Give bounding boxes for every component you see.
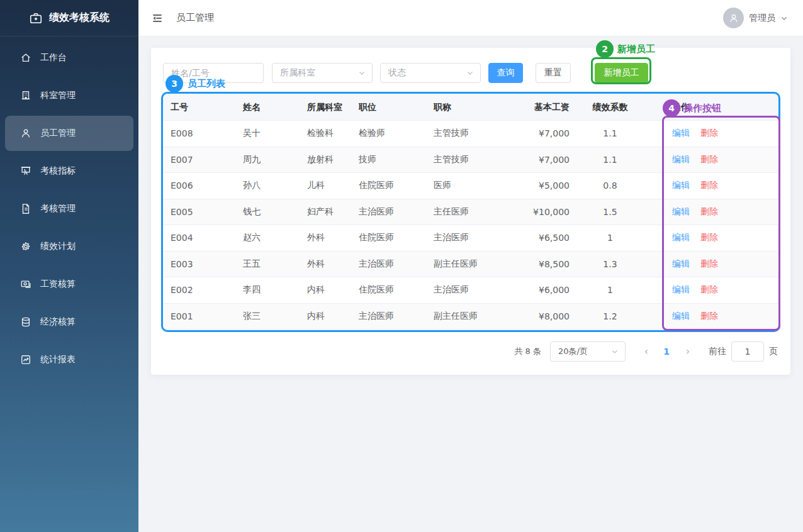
table-cell: 1 (577, 233, 643, 243)
delete-link[interactable]: 删除 (700, 284, 718, 294)
edit-link[interactable]: 编辑 (672, 128, 690, 138)
sidebar-item-plans[interactable]: 绩效计划 (5, 229, 133, 264)
table-cell: 住院医师 (351, 180, 426, 191)
pagination-total: 共 8 条 (514, 346, 541, 357)
delete-link[interactable]: 删除 (700, 128, 718, 138)
sidebar-item-assessments[interactable]: 考核管理 (5, 191, 133, 226)
table-cell: 吴十 (235, 128, 300, 139)
search-button[interactable]: 查询 (488, 63, 523, 83)
table-cell: 主治医师 (351, 258, 426, 270)
goto-label: 前往 (709, 346, 726, 357)
sidebar: 绩效考核系统 工作台 科室管理 员工管理 考核指标 (0, 0, 138, 532)
edit-link[interactable]: 编辑 (672, 284, 690, 294)
building-icon (20, 90, 31, 101)
database-icon (20, 316, 31, 328)
delete-link[interactable]: 删除 (700, 206, 718, 216)
table-cell: E007 (163, 155, 235, 165)
sidebar-item-indicators[interactable]: 考核指标 (5, 153, 133, 189)
user-menu[interactable]: 管理员 (723, 8, 788, 28)
actions-cell: 编辑删除 (643, 311, 780, 322)
reset-button[interactable]: 重置 (536, 63, 571, 83)
sidebar-item-economy[interactable]: 经济核算 (5, 304, 133, 340)
page-number-1[interactable]: 1 (660, 346, 673, 357)
table-row: E004赵六外科住院医师主治医师¥6,5001编辑删除 (163, 225, 780, 252)
table-cell: 孙八 (235, 180, 300, 191)
delete-link[interactable]: 删除 (700, 232, 718, 242)
table-cell: 住院医师 (351, 232, 426, 243)
delete-link[interactable]: 删除 (700, 311, 718, 321)
edit-link[interactable]: 编辑 (672, 180, 690, 190)
table-cell: 主任医师 (426, 206, 502, 218)
table-header-row: 工号姓名所属科室职位职称基本工资绩效系数操作 (163, 94, 780, 121)
app-logo: 绩效考核系统 (0, 0, 138, 36)
employee-table: 工号姓名所属科室职位职称基本工资绩效系数操作E008吴十检验科检验师主管技师¥7… (163, 94, 780, 330)
table-cell: 内科 (300, 284, 351, 296)
goto-page-input[interactable] (731, 341, 764, 362)
actions-cell: 编辑删除 (643, 180, 780, 191)
table-cell: 0.8 (577, 180, 643, 191)
prev-page-button[interactable]: ‹ (639, 346, 653, 357)
keyword-input[interactable] (163, 63, 264, 83)
sidebar-item-salary[interactable]: 工资核算 (5, 267, 133, 302)
avatar (723, 8, 744, 28)
home-icon (20, 52, 31, 64)
table-cell: 检验师 (351, 128, 426, 139)
table-row: E008吴十检验科检验师主管技师¥7,0001.1编辑删除 (163, 121, 780, 147)
table-cell: 检验科 (300, 128, 351, 139)
next-page-button[interactable]: › (681, 346, 695, 357)
edit-link[interactable]: 编辑 (672, 154, 690, 164)
delete-link[interactable]: 删除 (700, 258, 718, 269)
delete-link[interactable]: 删除 (700, 154, 718, 164)
table-cell: ¥10,000 (502, 207, 577, 217)
table-cell: ¥7,000 (502, 155, 577, 165)
table-cell: 技师 (351, 154, 426, 165)
edit-link[interactable]: 编辑 (672, 206, 690, 216)
edit-link[interactable]: 编辑 (672, 311, 690, 321)
table-cell: 副主任医师 (426, 258, 502, 270)
department-select[interactable]: 所属科室 (272, 63, 373, 83)
money-icon (20, 279, 31, 290)
table-row: E007周九放射科技师主管技师¥7,0001.1编辑删除 (163, 147, 780, 174)
main-content: 所属科室 状态 查询 重置 新增员工 工号姓名所属科室职位职称基本工资绩效系数操… (138, 36, 803, 532)
edit-link[interactable]: 编辑 (672, 258, 690, 269)
table-cell: ¥6,500 (502, 233, 577, 243)
table-cell: E001 (163, 311, 235, 321)
sidebar-item-label: 考核管理 (40, 203, 76, 214)
table-cell: 住院医师 (351, 284, 426, 296)
table-cell: 1.3 (577, 259, 643, 269)
table-cell: E003 (163, 259, 235, 269)
table-row: E001张三内科主治医师副主任医师¥8,0001.2编辑删除 (163, 304, 780, 330)
table-cell: 1.1 (577, 155, 643, 165)
trend-chart-icon (20, 354, 31, 365)
sidebar-item-label: 工资核算 (40, 279, 76, 290)
column-header: 所属科室 (300, 102, 351, 113)
table-cell: E002 (163, 285, 235, 295)
table-cell: ¥5,000 (502, 180, 577, 191)
table-cell: ¥8,000 (502, 311, 577, 321)
status-select[interactable]: 状态 (380, 63, 481, 83)
sidebar-item-employees[interactable]: 员工管理 (5, 116, 133, 151)
table-cell: 主管技师 (426, 128, 502, 139)
table-cell: 周九 (235, 154, 300, 165)
chevron-down-icon (611, 348, 619, 355)
sidebar-item-label: 经济核算 (40, 316, 76, 328)
delete-link[interactable]: 删除 (700, 180, 718, 190)
table-cell: ¥6,000 (502, 285, 577, 295)
edit-link[interactable]: 编辑 (672, 232, 690, 242)
table-row: E002李四内科住院医师主治医师¥6,0001编辑删除 (163, 277, 780, 304)
employee-card: 所属科室 状态 查询 重置 新增员工 工号姓名所属科室职位职称基本工资绩效系数操… (151, 48, 790, 375)
actions-cell: 编辑删除 (643, 128, 780, 139)
table-cell: 副主任医师 (426, 311, 502, 322)
table-cell: E006 (163, 180, 235, 191)
table-cell: 1 (577, 285, 643, 295)
sidebar-item-label: 员工管理 (40, 128, 76, 139)
sidebar-fold-icon[interactable] (151, 12, 164, 25)
sidebar-item-reports[interactable]: 统计报表 (5, 342, 133, 377)
actions-cell: 编辑删除 (643, 206, 780, 218)
table-cell: 医师 (426, 180, 502, 191)
page-size-select[interactable]: 20条/页 (550, 341, 626, 362)
sidebar-item-workbench[interactable]: 工作台 (5, 40, 133, 75)
add-employee-button[interactable]: 新增员工 (595, 63, 648, 83)
sidebar-item-departments[interactable]: 科室管理 (5, 78, 133, 113)
table-cell: 钱七 (235, 206, 300, 218)
